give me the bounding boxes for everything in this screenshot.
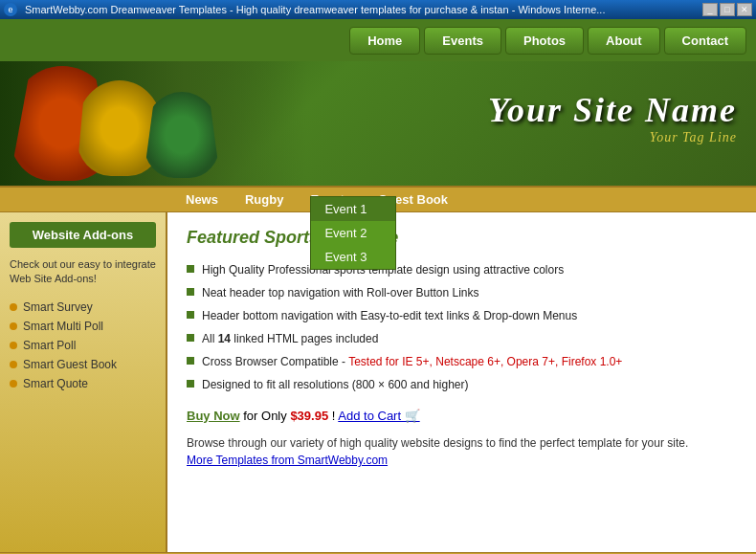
site-tagline: Your Tag Line: [488, 130, 737, 145]
list-bullet: [187, 311, 194, 319]
bullet-icon: [10, 303, 17, 311]
sidebar-title: Website Add-ons: [10, 222, 156, 248]
features-list: High Quality Professional sports templat…: [187, 261, 737, 393]
feature-text: Designed to fit all resolutions (800 × 6…: [202, 376, 469, 393]
sec-nav-rugby[interactable]: Rugby: [232, 188, 297, 211]
nav-home[interactable]: Home: [349, 27, 420, 55]
list-bullet: [187, 357, 194, 365]
close-button[interactable]: ✕: [737, 3, 752, 16]
buy-separator: !: [332, 409, 336, 423]
buy-price: $39.95: [290, 409, 328, 423]
content-area: Featured Sports Template High Quality Pr…: [167, 212, 756, 552]
minimize-button[interactable]: _: [702, 3, 718, 16]
list-bullet: [187, 288, 194, 296]
sidebar-link-label: Smart Quote: [23, 377, 88, 390]
bullet-icon: [10, 361, 17, 368]
content-title: Featured Sports Template: [187, 228, 737, 248]
titlebar-text: SmartWebby.com Dreamweaver Templates - H…: [25, 4, 605, 15]
feature-text: All 14 linked HTML pages included: [202, 330, 378, 347]
sidebar-link-label: Smart Poll: [23, 339, 76, 352]
feature-item-6: Designed to fit all resolutions (800 × 6…: [187, 376, 737, 393]
hero-section: Your Site Name Your Tag Line: [0, 61, 756, 186]
feature-item-1: High Quality Professional sports templat…: [187, 261, 737, 278]
feature-text: Cross Browser Compatible - Tested for IE…: [202, 353, 622, 370]
feature-text: Header bottom navigation with Easy-to-ed…: [202, 307, 577, 324]
list-bullet: [187, 334, 194, 342]
site-name-box: Your Site Name Your Tag Line: [488, 90, 737, 145]
nav-photos[interactable]: Photos: [505, 27, 584, 55]
list-bullet: [187, 380, 194, 388]
sidebar-description: Check out our easy to integrate Web Site…: [10, 257, 156, 287]
sidebar-link-label: Smart Survey: [23, 300, 93, 314]
browse-text: Browse through our variety of high quali…: [187, 436, 688, 450]
sidebar-link-smart-poll[interactable]: Smart Poll: [10, 339, 156, 352]
more-templates-link[interactable]: More Templates from SmartWebby.com: [187, 454, 388, 467]
bullet-icon: [10, 322, 17, 330]
sidebar: Website Add-ons Check out our easy to in…: [0, 212, 167, 552]
bullet-icon: [10, 342, 17, 349]
sidebar-link-smart-quote[interactable]: Smart Quote: [10, 377, 156, 390]
nav-contact[interactable]: Contact: [664, 27, 746, 55]
sidebar-link-label: Smart Multi Poll: [23, 320, 103, 333]
buy-for-only: for Only: [243, 409, 290, 423]
dropdown-event1[interactable]: Event 1: [311, 197, 395, 221]
feature-item-4: All 14 linked HTML pages included: [187, 330, 737, 347]
titlebar: e SmartWebby.com Dreamweaver Templates -…: [0, 0, 756, 19]
sidebar-link-smart-survey[interactable]: Smart Survey: [10, 300, 156, 314]
bullet-icon: [10, 380, 17, 388]
sidebar-link-label: Smart Guest Book: [23, 358, 117, 371]
events-dropdown-menu: Event 1 Event 2 Event 3: [310, 196, 396, 270]
sec-nav-news[interactable]: News: [172, 188, 232, 211]
maximize-button[interactable]: □: [720, 3, 735, 16]
secondary-nav: News Rugby Events Event 1 Event 2 Event …: [0, 186, 756, 212]
top-nav: Home Events Photos About Contact: [0, 19, 756, 61]
buy-now-link[interactable]: Buy Now: [187, 409, 240, 423]
feature-item-5: Cross Browser Compatible - Tested for IE…: [187, 353, 737, 370]
list-bullet: [187, 265, 194, 273]
dropdown-event2[interactable]: Event 2: [311, 221, 395, 245]
sidebar-link-smart-multi-poll[interactable]: Smart Multi Poll: [10, 320, 156, 333]
dropdown-event3[interactable]: Event 3: [311, 245, 395, 269]
cross-browser-highlight: Tested for IE 5+, Netscape 6+, Opera 7+,…: [348, 355, 622, 368]
nav-events[interactable]: Events: [424, 27, 501, 55]
player3-silhouette: [144, 92, 220, 178]
titlebar-controls[interactable]: _ □ ✕: [702, 3, 752, 16]
ie-logo-icon: e: [4, 3, 17, 16]
hero-image: [0, 61, 306, 186]
sidebar-link-smart-guest-book[interactable]: Smart Guest Book: [10, 358, 156, 371]
titlebar-left: e SmartWebby.com Dreamweaver Templates -…: [4, 3, 605, 16]
nav-about[interactable]: About: [588, 27, 660, 55]
feature-item-2: Neat header top navigation with Roll-ove…: [187, 284, 737, 301]
feature-text: Neat header top navigation with Roll-ove…: [202, 284, 479, 301]
buy-section: Buy Now for Only $39.95 ! Add to Cart 🛒: [187, 409, 737, 423]
feature-item-3: Header bottom navigation with Easy-to-ed…: [187, 307, 737, 324]
site-name: Your Site Name: [488, 90, 737, 130]
events-dropdown-container: Events Event 1 Event 2 Event 3: [297, 192, 365, 207]
add-to-cart-link[interactable]: Add to Cart 🛒: [338, 409, 419, 423]
browse-section: Browse through our variety of high quali…: [187, 434, 737, 469]
